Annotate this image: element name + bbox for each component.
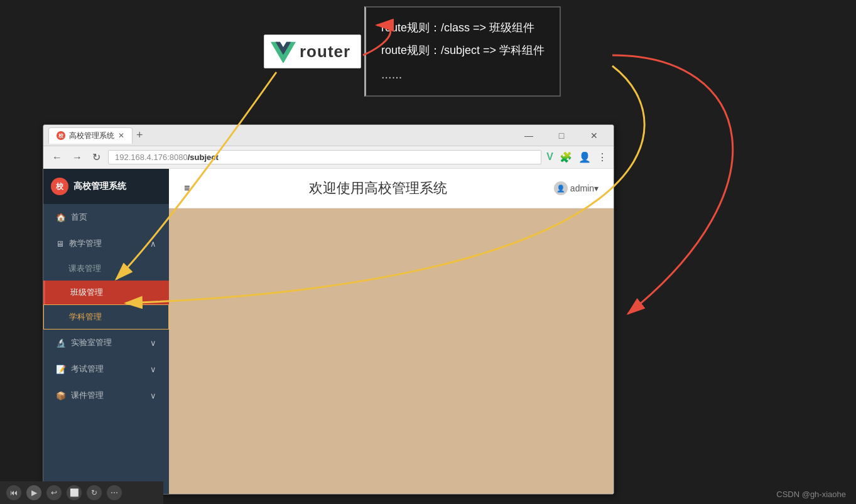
sidebar-subitem-subject[interactable]: 学科管理 (43, 304, 169, 330)
profile-icon[interactable]: 👤 (578, 151, 591, 163)
browser-titlebar: 校 高校管理系统 ✕ + — □ ✕ (43, 125, 614, 146)
sidebar: 校 高校管理系统 🏠 首页 🖥 教学管理 ∧ 课表管理 班级管理 学科管理 🔬 (43, 169, 169, 494)
lab-left: 🔬 实验室管理 (56, 337, 112, 348)
teaching-label: 教学管理 (69, 238, 102, 249)
tab-favicon: 校 (57, 131, 65, 140)
maximize-btn[interactable]: □ (547, 127, 576, 144)
router-label: router (300, 42, 350, 62)
route-line-1: route规则：/class => 班级组件 (381, 16, 544, 39)
refresh-btn[interactable]: ↻ (90, 150, 103, 164)
sidebar-subitem-schedule[interactable]: 课表管理 (43, 257, 169, 281)
sidebar-group-teaching[interactable]: 🖥 教学管理 ∧ (43, 230, 169, 257)
watermark: CSDN @gh-xiaohe (776, 490, 846, 499)
minimize-btn[interactable]: — (514, 127, 543, 144)
main-header: ≡ 欢迎使用高校管理系统 👤 admin▾ (169, 169, 614, 208)
toolbar-undo-btn[interactable]: ↩ (46, 485, 62, 500)
exam-left: 📝 考试管理 (56, 363, 104, 375)
sidebar-item-home[interactable]: 🏠 首页 (43, 204, 169, 230)
code-box: route规则：/class => 班级组件 route规则：/subject … (364, 6, 561, 97)
user-badge[interactable]: 👤 admin▾ (554, 181, 599, 195)
home-icon: 🏠 (56, 213, 66, 222)
lab-icon: 🔬 (56, 338, 66, 348)
close-btn[interactable]: ✕ (580, 127, 609, 144)
tab-close-btn[interactable]: ✕ (118, 131, 124, 140)
logo-text: 高校管理系统 (73, 181, 126, 192)
sidebar-group-courseware[interactable]: 📦 课件管理 ∨ (43, 382, 169, 409)
browser-controls: — □ ✕ (514, 127, 609, 144)
address-base: 192.168.4.176:8080 (115, 153, 188, 162)
toolbar-more-btn[interactable]: ⋯ (107, 485, 122, 500)
vue-nav-icon[interactable]: V (546, 151, 553, 163)
teaching-icon: 🖥 (56, 239, 64, 249)
tab-new-btn[interactable]: + (136, 129, 143, 142)
user-avatar: 👤 (554, 181, 568, 195)
toolbar-refresh-btn[interactable]: ↻ (87, 485, 102, 500)
sidebar-logo: 校 高校管理系统 (43, 169, 169, 204)
route-dots: ...... (381, 62, 544, 87)
home-label: 首页 (71, 212, 87, 223)
tab-title: 高校管理系统 (69, 131, 114, 141)
bottom-toolbar: ⏮ ▶ ↩ ⬜ ↻ ⋯ (0, 481, 163, 504)
back-btn[interactable]: ← (50, 151, 65, 164)
courseware-label: 课件管理 (71, 390, 104, 401)
browser-navbar: ← → ↻ 192.168.4.176:8080 /subject V 🧩 👤 … (43, 146, 614, 169)
router-logo-box: router (264, 35, 361, 68)
menu-icon[interactable]: ⋮ (597, 151, 607, 163)
teaching-left: 🖥 教学管理 (56, 238, 102, 249)
main-content: ≡ 欢迎使用高校管理系统 👤 admin▾ (169, 169, 614, 494)
sidebar-subitem-class[interactable]: 班级管理 (43, 281, 169, 304)
sidebar-group-lab[interactable]: 🔬 实验室管理 ∨ (43, 330, 169, 356)
user-name: admin▾ (570, 183, 599, 193)
sidebar-group-exam[interactable]: 📝 考试管理 ∨ (43, 356, 169, 382)
route-line-2: route规则：/subject => 学科组件 (381, 39, 544, 62)
browser-tab[interactable]: 校 高校管理系统 ✕ (48, 127, 133, 144)
lab-chevron: ∨ (150, 338, 156, 348)
address-path: /subject (188, 153, 219, 162)
browser-window: 校 高校管理系统 ✕ + — □ ✕ ← → ↻ 192.168.4.176:8… (43, 124, 614, 495)
toolbar-prev-btn[interactable]: ⏮ (6, 485, 21, 500)
main-title: 欢迎使用高校管理系统 (309, 179, 447, 198)
app-container: 校 高校管理系统 🏠 首页 🖥 教学管理 ∧ 课表管理 班级管理 学科管理 🔬 (43, 169, 614, 494)
hamburger-icon[interactable]: ≡ (184, 183, 203, 194)
main-body (169, 208, 614, 494)
extensions-icon[interactable]: 🧩 (560, 151, 572, 163)
nav-icons: V 🧩 👤 ⋮ (546, 151, 607, 163)
courseware-icon: 📦 (56, 391, 66, 400)
courseware-chevron: ∨ (150, 391, 156, 400)
exam-chevron: ∨ (150, 365, 156, 374)
forward-btn[interactable]: → (70, 151, 85, 164)
exam-label: 考试管理 (71, 363, 104, 375)
lab-label: 实验室管理 (71, 337, 112, 348)
toolbar-play-btn[interactable]: ▶ (26, 485, 41, 500)
exam-icon: 📝 (56, 365, 66, 374)
toolbar-stop-btn[interactable]: ⬜ (67, 485, 82, 500)
tab-area: 校 高校管理系统 ✕ + (48, 127, 514, 144)
teaching-chevron: ∧ (150, 239, 156, 249)
vue-logo-icon (271, 40, 296, 63)
address-bar[interactable]: 192.168.4.176:8080 /subject (108, 150, 541, 164)
logo-icon: 校 (51, 178, 68, 195)
courseware-left: 📦 课件管理 (56, 390, 104, 401)
